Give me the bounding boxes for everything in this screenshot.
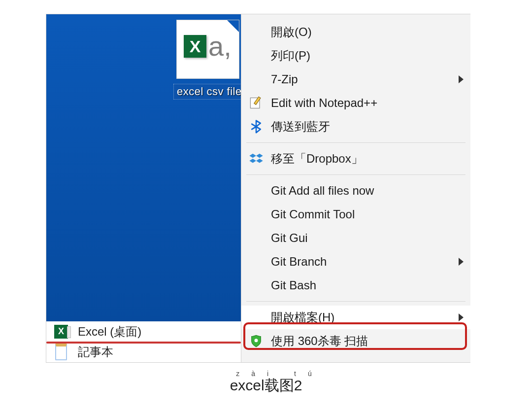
csv-a-comma-icon: a,	[208, 35, 232, 58]
submenu-arrow-icon	[459, 258, 464, 266]
ctx-7zip-label: 7-Zip	[271, 72, 298, 86]
program-notepad-label: 記事本	[78, 344, 113, 360]
figure-caption: zài tú excel载图2	[0, 370, 532, 396]
ctx-git-bash[interactable]: Git Bash	[241, 274, 470, 297]
ctx-scan-360[interactable]: 使用 360杀毒 扫描	[241, 329, 470, 353]
svg-point-2	[255, 339, 258, 342]
caption-text: excel载图2	[230, 377, 302, 393]
ctx-git-commit-label: Git Commit Tool	[271, 208, 355, 221]
ctx-move-dropbox[interactable]: 移至「Dropbox」	[241, 147, 470, 171]
ctx-send-bt-label: 傳送到藍牙	[271, 119, 330, 135]
desktop-file-selected[interactable]: X a, excel csv file	[173, 20, 242, 100]
ctx-git-branch[interactable]: Git Branch	[241, 250, 470, 274]
ctx-separator	[246, 301, 466, 302]
submenu-arrow-icon	[459, 313, 464, 321]
ctx-open-label: 開啟(O)	[271, 24, 312, 40]
notepad-icon	[52, 344, 70, 360]
submenu-arrow-icon	[459, 75, 464, 83]
open-with-program-list: X Excel (桌面) 記事本	[46, 321, 241, 362]
program-excel[interactable]: X Excel (桌面)	[46, 321, 241, 342]
ctx-git-gui-label: Git Gui	[271, 231, 308, 245]
notepadpp-icon	[248, 95, 264, 111]
ctx-git-bash-label: Git Bash	[271, 278, 316, 292]
ctx-send-bluetooth[interactable]: 傳送到藍牙	[241, 115, 470, 138]
ctx-git-branch-label: Git Branch	[271, 255, 327, 269]
context-menu: 開啟(O) 列印(P) 7-Zip Edit with Notepad++ 傳送…	[241, 14, 470, 362]
screenshot-frame: X a, excel csv file X Excel (桌面) 記事本 開啟(…	[46, 14, 470, 362]
desktop-background: X a, excel csv file	[46, 14, 241, 321]
csv-file-icon: X a,	[176, 20, 239, 79]
ctx-separator	[246, 174, 466, 175]
excel-icon: X	[52, 325, 70, 339]
ctx-git-add-label: Git Add all files now	[271, 184, 374, 198]
ctx-open-with-label: 開啟檔案(H)	[271, 310, 334, 325]
ctx-edit-notepadpp[interactable]: Edit with Notepad++	[241, 91, 470, 115]
ctx-open[interactable]: 開啟(O)	[241, 20, 470, 44]
ctx-print-label: 列印(P)	[271, 48, 310, 64]
dropbox-icon	[248, 151, 264, 167]
caption-pinyin: zài tú	[0, 370, 532, 378]
ctx-open-with[interactable]: 開啟檔案(H)	[241, 306, 470, 329]
ctx-git-commit[interactable]: Git Commit Tool	[241, 203, 470, 226]
excel-x-icon: X	[184, 35, 206, 58]
ctx-scan-360-label: 使用 360杀毒 扫描	[271, 333, 368, 349]
ctx-print[interactable]: 列印(P)	[241, 44, 470, 68]
ctx-separator	[246, 142, 466, 143]
highlight-underline-excel	[46, 342, 241, 344]
ctx-edit-npp-label: Edit with Notepad++	[271, 96, 377, 110]
bluetooth-icon	[248, 119, 264, 135]
shield-360-icon	[248, 333, 264, 349]
program-excel-label: Excel (桌面)	[78, 324, 141, 340]
ctx-move-dropbox-label: 移至「Dropbox」	[271, 151, 363, 167]
ctx-git-add[interactable]: Git Add all files now	[241, 179, 470, 203]
program-notepad[interactable]: 記事本	[46, 342, 241, 362]
desktop-file-label: excel csv file	[173, 84, 242, 100]
ctx-7zip[interactable]: 7-Zip	[241, 68, 470, 91]
ctx-git-gui[interactable]: Git Gui	[241, 226, 470, 250]
